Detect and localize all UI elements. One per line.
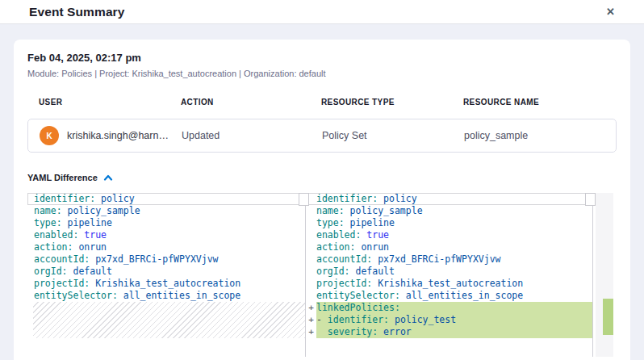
- code-line: type: pipeline: [306, 217, 592, 229]
- yaml-diff-viewer: identifier: policyname: policy_sampletyp…: [27, 193, 613, 357]
- added-line-marker: [306, 290, 316, 302]
- code-line: entitySelector: all_entities_in_scope: [306, 290, 592, 302]
- dialog-header: Event Summary ✕: [0, 0, 644, 24]
- added-line-marker: +: [306, 314, 316, 326]
- column-header-action: ACTION: [181, 98, 321, 107]
- chevron-up-icon: [103, 174, 113, 181]
- column-header-resource-name: RESOURCE NAME: [463, 98, 617, 107]
- code-line-added: + severity: error: [306, 326, 592, 338]
- event-timestamp: Feb 04, 2025, 02:17 pm: [27, 52, 617, 64]
- code-line: type: pipeline: [27, 217, 305, 229]
- added-line-marker: [306, 217, 316, 229]
- left-pane-scrollbar-box: [299, 193, 309, 206]
- code-line: orgId: default: [27, 266, 305, 278]
- right-pane-scrollbar-box: [585, 193, 596, 206]
- resource-type-cell: Policy Set: [322, 130, 464, 141]
- code-line: projectId: Krishika_test_autocreation: [306, 278, 592, 290]
- code-line: enabled: true: [27, 229, 305, 241]
- page-title: Event Summary: [29, 5, 124, 19]
- code-line: accountId: px7xd_BFRCi-pfWPYXVjvw: [27, 253, 305, 266]
- code-line: identifier: policy: [27, 193, 305, 205]
- code-line: action: onrun: [27, 241, 305, 253]
- code-line: name: policy_sample: [306, 205, 592, 217]
- resource-name-cell: policy_sample: [464, 130, 616, 141]
- user-cell: K krishika.singh@harne...: [40, 126, 182, 145]
- code-line: accountId: px7xd_BFRCi-pfWPYXVjvw: [306, 253, 592, 266]
- collapsed-region-placeholder: [33, 302, 305, 338]
- diff-left-pane[interactable]: identifier: policyname: policy_sampletyp…: [27, 193, 306, 357]
- table-header: USER ACTION RESOURCE TYPE RESOURCE NAME: [27, 98, 617, 107]
- event-card: Feb 04, 2025, 02:17 pm Module: Policies …: [14, 40, 630, 360]
- user-email: krishika.singh@harne...: [67, 130, 170, 141]
- close-button[interactable]: ✕: [604, 5, 617, 19]
- code-line: identifier: policy: [306, 193, 592, 205]
- diff-right-pane[interactable]: identifier: policyname: policy_sampletyp…: [306, 193, 593, 357]
- yaml-difference-label: YAML Difference: [27, 173, 98, 182]
- code-line: name: policy_sample: [27, 205, 305, 217]
- diff-overview-ruler[interactable]: [596, 193, 613, 357]
- code-line: orgId: default: [306, 266, 592, 278]
- added-line-marker: +: [306, 326, 316, 338]
- event-meta: Module: Policies | Project: Krishika_tes…: [27, 69, 617, 78]
- code-line-added: +linkedPolicies:: [306, 302, 592, 314]
- column-header-resource-type: RESOURCE TYPE: [321, 98, 463, 107]
- added-line-marker: [306, 241, 316, 253]
- avatar: K: [40, 126, 59, 145]
- added-line-marker: [306, 253, 316, 266]
- dialog-body: Feb 04, 2025, 02:17 pm Module: Policies …: [0, 24, 644, 360]
- action-cell: Updated: [182, 130, 322, 141]
- table-row: K krishika.singh@harne... Updated Policy…: [27, 119, 617, 153]
- code-line-added: +- identifier: policy_test: [306, 314, 592, 326]
- added-line-marker: [306, 229, 316, 241]
- added-line-marker: +: [306, 302, 316, 314]
- added-line-marker: [306, 278, 316, 290]
- added-line-marker: [306, 205, 316, 217]
- code-line: enabled: true: [306, 229, 592, 241]
- overview-added-marker: [603, 299, 613, 335]
- code-line: action: onrun: [306, 241, 592, 253]
- yaml-difference-toggle[interactable]: YAML Difference: [27, 173, 113, 182]
- column-header-user: USER: [39, 98, 181, 107]
- added-line-marker: [306, 266, 316, 278]
- code-line: projectId: Krishika_test_autocreation: [27, 278, 305, 290]
- code-line: entitySelector: all_entities_in_scope: [27, 290, 305, 302]
